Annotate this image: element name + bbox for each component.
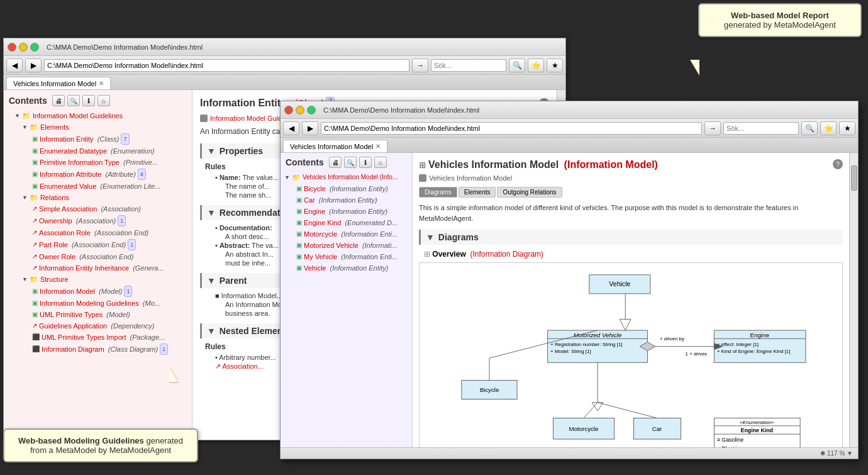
tree-item-ownership[interactable]: ↗ Ownership (Association) 1 [6,215,189,227]
tree-link-assoc-role[interactable]: Association Role [39,228,91,238]
tree-link-vehicle[interactable]: Vehicle [304,263,326,273]
tree-link-motorcycle[interactable]: Motorcycle [304,229,337,239]
tree-item-engine-kind[interactable]: ▣ Engine Kind (Enumerated D... [283,217,409,228]
tree-link-engine-kind[interactable]: Engine Kind [304,218,341,228]
home-icon-2[interactable]: ⌂ [374,157,387,168]
tree-item-info-entity[interactable]: ▣ Information Entity (Class) 7 [6,133,189,145]
tree-link-modeling-gl[interactable]: Information Modeling Guidelines [40,298,139,308]
tree-item-enum-value[interactable]: ▣ Enumerated Value (Enumeration Lite... [6,181,189,192]
tree-link-car[interactable]: Car [304,195,315,205]
tree-link-owner-role[interactable]: Owner Role [39,252,75,262]
help-icon-2[interactable]: ? [833,159,843,169]
fav-btn-1[interactable]: ★ [547,59,563,72]
close-btn-1[interactable] [8,43,16,52]
tree-link-bicycle[interactable]: Bicycle [304,184,326,194]
tree-item-uml-import[interactable]: ⬛ UML Primitive Types Import (Package... [6,332,189,343]
tree-item-guidelines-app[interactable]: ↗ Guidelines Application (Dependency) [6,320,189,332]
search-btn-1[interactable]: 🔍 [509,59,525,72]
print-icon[interactable]: 🖨 [52,95,65,106]
tree-link-enum-val[interactable]: Enumerated Value [40,181,96,191]
tree-link-enum-dt[interactable]: Enumerated Datatype [40,146,107,156]
search-bar-2[interactable] [723,122,799,135]
home-btn-2[interactable]: ⭐ [820,121,837,135]
tab-outgoing-relations[interactable]: Outgoing Relations [497,187,562,198]
tree-link-gl-app[interactable]: Guidelines Application [39,321,107,331]
tree-link-info-attr[interactable]: Information Attribute [40,169,101,179]
tree-item-primitive[interactable]: ▣ Primitive Information Type (Primitive.… [6,157,189,168]
tree-item-structure[interactable]: ▼ 📁 Structure [6,274,189,285]
close-btn-2[interactable] [284,106,293,115]
home-icon[interactable]: ⌂ [97,95,110,106]
search-bar-1[interactable] [431,59,506,72]
tree-link-engine[interactable]: Engine [304,206,325,216]
tab-elements[interactable]: Elements [459,187,496,198]
tree-item-owner-role[interactable]: ↗ Owner Role (Association End) [6,251,189,262]
tree-item-enum-datatype[interactable]: ▣ Enumerated Datatype (Enumeration) [6,145,189,157]
tree-link-structure[interactable]: Structure [40,274,69,284]
min-btn-1[interactable] [19,43,28,52]
tab-close-2[interactable]: ✕ [376,143,381,150]
tree-item-simple-assoc[interactable]: ↗ Simple Association (Association) [6,203,189,215]
scrollbar-2[interactable] [849,153,858,447]
tree-item-info-model[interactable]: ▣ Information Model (Model) 1 [6,285,189,298]
tree-item-uml-prim[interactable]: ▣ UML Primitive Types (Model) [6,309,189,320]
tree-item-assoc-role[interactable]: ↗ Association Role (Association End) [6,227,189,238]
tree-item-guidelines[interactable]: ▼ 📁 Information Model Guidelines [6,110,189,121]
back-btn-2[interactable]: ◀ [283,121,299,135]
search-icon[interactable]: 🔍 [67,95,80,106]
search-icon-2[interactable]: 🔍 [344,157,357,168]
tree-link-part-role[interactable]: Part Role [39,240,68,250]
tree-item-relations[interactable]: ▼ 📁 Relations [6,192,189,203]
tab-close-1[interactable]: ✕ [99,80,104,87]
info-icon-2[interactable]: ℹ [359,157,372,168]
address-bar-2[interactable] [321,122,702,135]
tree-root-vehicles[interactable]: ▼ 📁 Vehicles Information Model (Info... [283,172,409,183]
tree-item-motorcycle[interactable]: ▣ Motorcycle (Information Enti... [283,228,409,240]
home-btn-1[interactable]: ⭐ [528,59,544,72]
scroll-thumb-2[interactable] [851,165,857,191]
search-btn-2[interactable]: 🔍 [801,121,818,135]
back-btn-1[interactable]: ◀ [6,59,23,72]
tab-diagrams[interactable]: Diagrams [419,187,457,198]
address-bar-1[interactable] [44,59,409,72]
go-btn-1[interactable]: → [412,59,428,72]
tree-item-my-vehicle[interactable]: ▣ My Vehicle (Information Enti... [283,251,409,262]
tree-item-inheritance[interactable]: ↗ Information Entity Inheritance (Genera… [6,262,189,274]
tab-vehicles-2[interactable]: Vehicles Information Model ✕ [283,140,387,152]
tree-link-primitive[interactable]: Primitive Information Type [40,157,120,167]
print-icon-2[interactable]: 🖨 [329,157,342,168]
go-btn-2[interactable]: → [704,121,721,135]
tree-link-info-diagram[interactable]: Information Diagram [42,344,104,354]
tree-link-info-model[interactable]: Information Model [40,286,95,296]
tree-link-uml-prim[interactable]: UML Primitive Types [40,310,103,320]
tree-link-ownership[interactable]: Ownership [39,216,72,226]
tree-link-info-entity[interactable]: Information Entity [40,134,94,144]
tree-item-engine[interactable]: ▣ Engine (Information Entity) [283,206,409,217]
forward-btn-2[interactable]: ▶ [302,121,318,135]
tree-item-info-attr[interactable]: ▣ Information Attribute (Attribute) 4 [6,168,189,181]
max-btn-1[interactable] [30,43,39,52]
tab-vehicles-1[interactable]: Vehicles Information Model ✕ [6,77,111,89]
fav-btn-2[interactable]: ★ [839,121,855,135]
tree-link-elements[interactable]: Elements [40,122,69,132]
tree-link-uml-import[interactable]: UML Primitive Types Import [42,332,126,342]
tree-link-inheritance[interactable]: Information Entity Inheritance [39,263,129,273]
tree-link-my-vehicle[interactable]: My Vehicle [304,252,337,262]
tree-link-guidelines[interactable]: Information Model Guidelines [33,111,123,121]
forward-btn-1[interactable]: ▶ [25,59,42,72]
tree-link-vehicles-root[interactable]: Vehicles Information Model (Info... [303,172,398,182]
tree-item-vehicle[interactable]: ▣ Vehicle (Information Entity) [283,262,409,274]
diagram-type-link[interactable]: (Information Diagram) [468,250,543,259]
tree-link-relations[interactable]: Relations [40,193,69,203]
min-btn-2[interactable] [296,106,304,115]
tree-link-motorized[interactable]: Motorized Vehicle [304,240,359,250]
tree-item-bicycle[interactable]: ▣ Bicycle (Information Entity) [283,183,409,194]
tree-link-simple-assoc[interactable]: Simple Association [39,204,97,214]
tree-item-car[interactable]: ▣ Car (Information Entity) [283,194,409,206]
tree-item-part-role[interactable]: ↗ Part Role (Association End) 1 [6,238,189,251]
max-btn-2[interactable] [307,106,316,115]
tree-item-motorized[interactable]: ▣ Motorized Vehicle (Informati... [283,240,409,251]
tree-item-elements[interactable]: ▼ 📁 Elements [6,121,189,133]
info-icon[interactable]: ℹ [82,95,95,106]
tree-item-info-diagram[interactable]: ⬛ Information Diagram (Class Diagram) 1 [6,343,189,355]
